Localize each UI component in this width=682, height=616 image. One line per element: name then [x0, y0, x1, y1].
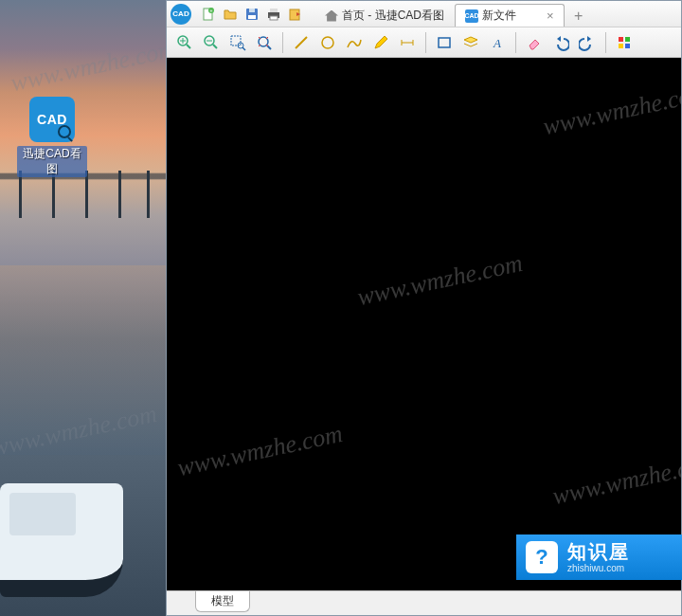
pencil-icon [372, 34, 389, 51]
new-file-icon: + [201, 7, 216, 22]
print-button[interactable] [264, 5, 283, 24]
watermark: www.wmzhe.com [550, 448, 681, 511]
zoom-extents-button[interactable] [252, 30, 277, 55]
badge-subtitle: zhishiwu.com [567, 563, 630, 574]
drawing-canvas[interactable]: www.wmzhe.com www.wmzhe.com www.wmzhe.co… [167, 58, 681, 590]
svg-line-19 [242, 47, 245, 50]
zoom-out-button[interactable] [199, 30, 224, 55]
tab-label: 新文件 [482, 8, 516, 24]
new-file-button[interactable]: + [199, 5, 218, 24]
dimension-icon [399, 34, 416, 51]
export-button[interactable] [286, 5, 305, 24]
badge-title: 知识屋 [567, 541, 630, 563]
svg-point-23 [322, 37, 333, 48]
main-toolbar: A [167, 27, 681, 58]
dimension-tool-button[interactable] [395, 30, 420, 55]
watermark: www.wmzhe.com [355, 249, 526, 312]
cad-file-icon: CAD [465, 9, 478, 23]
rect-icon [436, 34, 453, 51]
svg-rect-27 [619, 37, 623, 42]
redo-icon [579, 34, 596, 51]
circle-icon [319, 34, 336, 51]
svg-rect-28 [625, 37, 630, 42]
separator [515, 32, 516, 53]
svg-rect-30 [625, 44, 630, 48]
zoom-out-icon [203, 34, 220, 51]
svg-rect-4 [248, 15, 256, 19]
svg-rect-25 [439, 38, 450, 47]
tab-newfile[interactable]: CAD 新文件 × [455, 4, 565, 27]
titlebar: CAD + 首页 - 迅捷CAD看图 CAD 新 [167, 1, 681, 27]
svg-line-11 [187, 45, 190, 48]
zoom-extents-icon [256, 34, 273, 51]
cad-viewer-window: CAD + 首页 - 迅捷CAD看图 CAD 新 [166, 0, 682, 616]
pier [19, 171, 22, 218]
save-button[interactable] [242, 5, 261, 24]
line-icon [293, 34, 310, 51]
site-badge[interactable]: ? 知识屋 zhishiwu.com [516, 534, 682, 580]
zoom-window-icon [229, 34, 246, 51]
open-button[interactable] [221, 5, 240, 24]
layer-icon [462, 34, 479, 51]
undo-icon [552, 34, 569, 51]
separator [282, 32, 283, 53]
circle-tool-button[interactable] [315, 30, 340, 55]
separator [425, 32, 426, 53]
pier [118, 171, 121, 218]
pencil-tool-button[interactable] [368, 30, 393, 55]
close-tab-button[interactable]: × [547, 9, 554, 23]
text-tool-button[interactable]: A [485, 30, 510, 55]
document-tabs: 首页 - 迅捷CAD看图 CAD 新文件 × + [314, 1, 589, 27]
pier [85, 171, 88, 218]
save-icon [244, 7, 260, 22]
export-icon [288, 7, 303, 22]
separator [605, 32, 606, 53]
polyline-tool-button[interactable] [342, 30, 367, 55]
boat [0, 483, 123, 597]
zoom-in-button[interactable] [172, 30, 197, 55]
erase-icon [526, 34, 543, 51]
svg-text:+: + [210, 8, 213, 13]
polyline-icon [346, 34, 363, 51]
desktop-shortcut-cad[interactable]: CAD 迅捷CAD看图 [17, 97, 87, 177]
water-reflection [0, 265, 166, 455]
svg-line-15 [213, 45, 217, 48]
svg-rect-5 [249, 9, 255, 12]
print-icon [266, 7, 281, 22]
model-layout-tabs: 模型 [167, 590, 681, 615]
quick-access-toolbar: + [199, 5, 305, 24]
text-icon: A [489, 34, 506, 51]
svg-rect-29 [619, 44, 623, 48]
watermark: www.wmzhe.com [541, 79, 681, 141]
question-icon: ? [526, 541, 558, 573]
color-button[interactable] [612, 30, 637, 55]
zoom-window-button[interactable] [225, 30, 250, 55]
layer-button[interactable] [458, 30, 483, 55]
desktop-background: CAD 迅捷CAD看图 [0, 0, 166, 616]
watermark: www.wmzhe.com [175, 420, 346, 482]
badge-text: 知识屋 zhishiwu.com [567, 541, 630, 574]
undo-button[interactable] [548, 30, 573, 55]
magnifier-icon [58, 125, 71, 138]
pier [147, 171, 150, 218]
svg-rect-17 [231, 36, 241, 45]
svg-rect-8 [270, 16, 278, 20]
tab-label: 首页 - 迅捷CAD看图 [342, 8, 444, 24]
redo-button[interactable] [575, 30, 600, 55]
zoom-in-icon [176, 34, 193, 51]
tab-home[interactable]: 首页 - 迅捷CAD看图 [314, 4, 455, 27]
new-tab-button[interactable]: + [568, 6, 589, 27]
rect-tool-button[interactable] [432, 30, 457, 55]
svg-text:A: A [493, 36, 501, 50]
desktop-icon-label: 迅捷CAD看图 [17, 146, 87, 177]
tab-model[interactable]: 模型 [195, 591, 250, 612]
erase-button[interactable] [522, 30, 547, 55]
pier [52, 171, 55, 218]
svg-rect-7 [270, 9, 278, 12]
line-tool-button[interactable] [289, 30, 314, 55]
svg-line-22 [296, 37, 307, 48]
open-folder-icon [223, 7, 238, 22]
color-icon [616, 34, 633, 51]
cad-app-icon: CAD [29, 97, 75, 142]
app-logo-icon[interactable]: CAD [170, 4, 191, 25]
